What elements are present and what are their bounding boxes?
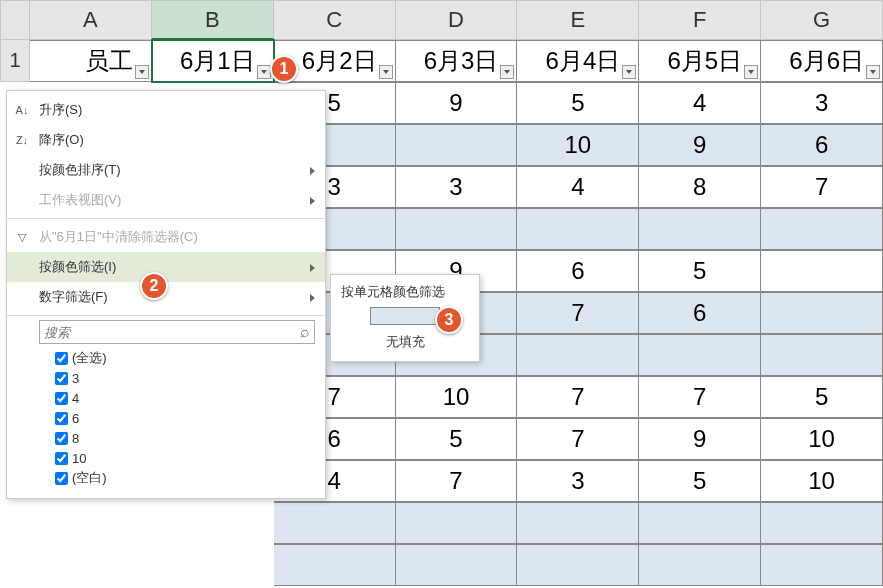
col-header-B[interactable]: B <box>152 0 274 40</box>
checkbox[interactable] <box>55 452 68 465</box>
data-cell[interactable]: 7 <box>517 292 639 334</box>
filter-dropdown-icon[interactable] <box>379 65 393 79</box>
data-cell[interactable]: 5 <box>639 250 761 292</box>
cell-G1[interactable]: 6月6日 <box>761 40 883 82</box>
data-cell[interactable]: 10 <box>761 418 883 460</box>
cell-F1[interactable]: 6月5日 <box>639 40 761 82</box>
header-text: 员工 <box>85 45 133 77</box>
data-cell[interactable]: 7 <box>517 376 639 418</box>
data-cell[interactable] <box>274 544 396 586</box>
sort-ascending[interactable]: A↓ 升序(S) <box>7 95 325 125</box>
data-cell[interactable] <box>396 124 518 166</box>
col-header-C[interactable]: C <box>274 0 396 40</box>
checkbox[interactable] <box>55 432 68 445</box>
data-cell[interactable]: 10 <box>761 460 883 502</box>
header-text: 6月2日 <box>302 45 377 77</box>
data-cell[interactable]: 6 <box>761 124 883 166</box>
checkbox[interactable] <box>55 352 68 365</box>
data-cell[interactable] <box>639 334 761 376</box>
funnel-clear-icon: ▽ <box>13 228 31 246</box>
filter-dropdown-icon[interactable] <box>622 65 636 79</box>
data-cell[interactable]: 3 <box>396 166 518 208</box>
filter-dropdown-icon[interactable] <box>257 65 271 79</box>
checkbox[interactable] <box>55 412 68 425</box>
filter-dropdown-icon[interactable] <box>744 65 758 79</box>
data-cell[interactable] <box>761 208 883 250</box>
filter-dropdown-icon[interactable] <box>500 65 514 79</box>
data-cell[interactable]: 4 <box>639 82 761 124</box>
data-cell[interactable] <box>396 502 518 544</box>
data-cell[interactable] <box>761 544 883 586</box>
data-cell[interactable] <box>517 334 639 376</box>
data-cell[interactable]: 7 <box>517 418 639 460</box>
sort-by-color[interactable]: 按颜色排序(T) <box>7 155 325 185</box>
cell-E1[interactable]: 6月4日 <box>517 40 639 82</box>
data-cell[interactable]: 9 <box>396 82 518 124</box>
data-cell[interactable] <box>517 544 639 586</box>
data-cell[interactable]: 7 <box>639 376 761 418</box>
data-cell[interactable] <box>396 208 518 250</box>
row-label-1[interactable]: 1 <box>0 40 30 82</box>
checkbox[interactable] <box>55 472 68 485</box>
data-cell[interactable]: 8 <box>639 166 761 208</box>
search-box[interactable] <box>39 320 315 344</box>
check-item[interactable]: 10 <box>41 448 315 468</box>
data-cell[interactable]: 4 <box>517 166 639 208</box>
col-header-F[interactable]: F <box>639 0 761 40</box>
data-cell[interactable] <box>639 208 761 250</box>
data-cell[interactable] <box>639 544 761 586</box>
data-cell[interactable] <box>761 502 883 544</box>
check-item[interactable]: (全选) <box>41 348 315 368</box>
data-cell[interactable]: 9 <box>639 124 761 166</box>
col-header-A[interactable]: A <box>30 0 152 40</box>
filter-context-menu: A↓ 升序(S) Z↓ 降序(O) 按颜色排序(T) 工作表视图(V) ▽ 从"… <box>6 90 326 499</box>
data-cell[interactable] <box>274 502 396 544</box>
check-item[interactable]: 8 <box>41 428 315 448</box>
data-cell[interactable]: 6 <box>517 250 639 292</box>
filter-by-color[interactable]: 按颜色筛选(I) <box>7 252 325 282</box>
data-cell[interactable]: 6 <box>639 292 761 334</box>
data-cell[interactable] <box>761 250 883 292</box>
data-cell[interactable]: 3 <box>517 460 639 502</box>
col-header-G[interactable]: G <box>761 0 883 40</box>
checkbox[interactable] <box>55 392 68 405</box>
check-item[interactable]: 6 <box>41 408 315 428</box>
data-cell[interactable]: 10 <box>396 376 518 418</box>
callout-3: 3 <box>435 306 463 334</box>
data-cell[interactable] <box>761 334 883 376</box>
data-cell[interactable]: 7 <box>396 460 518 502</box>
data-cell[interactable]: 3 <box>761 82 883 124</box>
color-swatch-blue[interactable] <box>370 307 440 325</box>
data-cell[interactable]: 5 <box>517 82 639 124</box>
check-item[interactable]: 3 <box>41 368 315 388</box>
filter-dropdown-icon[interactable] <box>135 65 149 79</box>
col-header-D[interactable]: D <box>396 0 518 40</box>
data-cell[interactable] <box>396 544 518 586</box>
data-cell[interactable] <box>639 502 761 544</box>
callout-2: 2 <box>140 272 168 300</box>
chevron-right-icon <box>310 163 315 178</box>
cell-B1[interactable]: 6月1日 <box>152 40 274 82</box>
col-header-E[interactable]: E <box>517 0 639 40</box>
data-cell[interactable]: 5 <box>761 376 883 418</box>
sort-descending[interactable]: Z↓ 降序(O) <box>7 125 325 155</box>
checkbox[interactable] <box>55 372 68 385</box>
cell-D1[interactable]: 6月3日 <box>396 40 518 82</box>
data-cell[interactable]: 5 <box>396 418 518 460</box>
filter-dropdown-icon[interactable] <box>866 65 880 79</box>
chevron-right-icon <box>310 193 315 208</box>
check-item[interactable]: (空白) <box>41 468 315 488</box>
search-input[interactable] <box>44 325 300 340</box>
data-cell[interactable]: 5 <box>639 460 761 502</box>
data-cell[interactable]: 9 <box>639 418 761 460</box>
data-cell[interactable] <box>761 292 883 334</box>
data-cell[interactable] <box>517 208 639 250</box>
cell-A1[interactable]: 员工 <box>30 40 152 82</box>
corner-cell[interactable] <box>0 0 30 40</box>
data-cell[interactable]: 7 <box>761 166 883 208</box>
data-cell[interactable] <box>517 502 639 544</box>
filter-checklist: (全选)346810(空白) <box>41 348 315 488</box>
table-row <box>0 502 883 544</box>
data-cell[interactable]: 10 <box>517 124 639 166</box>
check-item[interactable]: 4 <box>41 388 315 408</box>
